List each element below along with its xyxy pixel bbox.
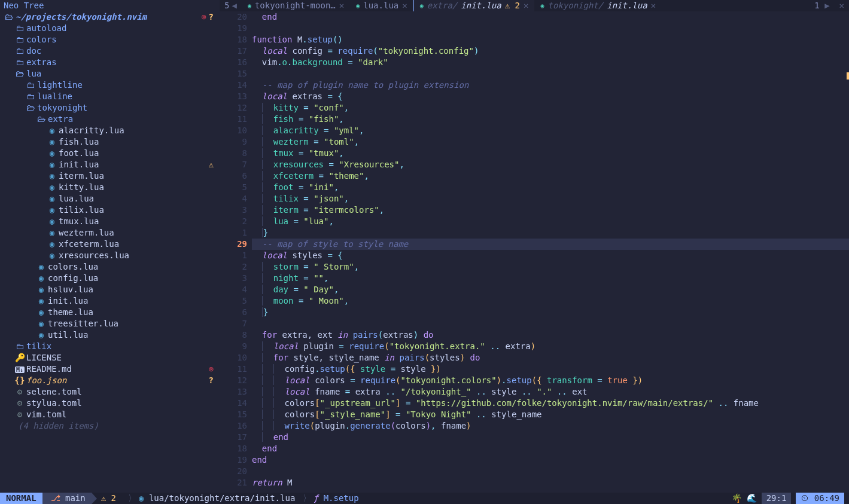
lua-icon: ◉ [36,318,47,329]
tab[interactable]: ◉tokyonight/init.lua ✕ [534,0,662,11]
tree-item[interactable]: ◉fish.lua [0,136,220,148]
tree-item[interactable]: 🗀doc [0,45,220,57]
tree-item[interactable]: ◉init.lua⚠ [0,159,220,170]
neotree-title: Neo Tree [0,0,220,11]
gear-icon: ⚙ [14,398,25,409]
clock: ⏲ 06:49 [796,493,844,504]
json-icon: {} [14,375,25,386]
tree-item[interactable]: 🗁extra [0,114,220,125]
lua-icon: ◉ [47,193,57,204]
lua-icon: ◉ [356,0,360,11]
license-icon: 🔑 [14,352,25,364]
tree-item[interactable]: 🗁tokyonight [0,102,220,114]
folder-icon: 🗀 [25,80,36,91]
lua-icon: ◉ [36,329,47,341]
folder-icon: 🗀 [14,34,25,45]
tree-item[interactable]: ⚙stylua.toml [0,398,220,409]
tree-item[interactable]: ◉foot.lua [0,148,220,159]
lua-icon: ◉ [36,273,47,284]
unknown-icon: ? [209,11,214,23]
lua-icon: ◉ [47,227,57,239]
mode-indicator: NORMAL [0,493,42,504]
folder-icon: 🗁 [25,102,36,114]
close-icon[interactable]: ✕ [524,0,528,11]
tree-item[interactable]: 🗀extras [0,57,220,68]
folder-icon: 🗁 [36,114,47,125]
tree-item[interactable]: ◉hsluv.lua [0,284,220,295]
tree-item[interactable]: 🗀colors [0,34,220,45]
palm-icon: 🌴 [732,493,742,504]
folder-icon: 🗁 [14,68,25,80]
tree-item[interactable]: ◉wezterm.lua [0,227,220,239]
tree-item[interactable]: 🔑LICENSE [0,352,220,364]
lua-icon: ◉ [36,284,47,295]
tab-more[interactable]: 1 ▶ [810,0,834,11]
tree-item[interactable]: ⚙selene.toml [0,386,220,398]
tree-item[interactable]: M↓README.md⊗ [0,364,220,375]
close-icon[interactable]: ✕ [402,0,407,11]
lua-icon: ◉ [47,159,57,170]
tree-item[interactable]: ◉theme.lua [0,307,220,318]
lua-icon: ◉ [540,0,544,11]
tree-item[interactable]: ◉iterm.lua [0,170,220,182]
tree-item[interactable]: ◉tilix.lua [0,204,220,216]
tree-root[interactable]: 🗁 ~/projects/tokyonight.nvim ⊗? [0,11,220,23]
tab[interactable]: ◉extra/init.lua ⚠ 2 ✕ [413,0,535,11]
tree-item[interactable]: ◉alacritty.lua [0,125,220,136]
markdown-icon: M↓ [14,364,25,375]
code-area[interactable]: endfunction M.setup() local config = req… [252,11,849,493]
unknown-icon: ? [209,375,214,386]
tree-item[interactable]: ⚙vim.toml [0,409,220,420]
folder-icon: 🗀 [14,57,25,68]
folder-icon: 🗀 [25,91,36,102]
tree-item[interactable]: ◉config.lua [0,273,220,284]
lua-icon: ◉ [47,170,57,182]
file-tree[interactable]: 🗁 ~/projects/tokyonight.nvim ⊗? 🗀autoloa… [0,11,220,493]
tree-item[interactable]: {}foo.json? [0,375,220,386]
lua-icon: ◉ [47,204,57,216]
gear-icon: ⚙ [14,409,25,420]
tree-item[interactable]: 🗀autoload [0,23,220,34]
tree-item[interactable]: ◉kitty.lua [0,182,220,193]
tab[interactable]: ◉tokyonight-moon… ✕ [242,0,350,11]
close-icon[interactable]: ✕ [651,0,656,11]
tree-item[interactable]: ◉tmux.lua [0,216,220,227]
tree-item[interactable]: ◉lua.lua [0,193,220,204]
error-icon: ⊗ [201,11,206,23]
warning-icon: ⚠ [209,159,214,170]
statusline: NORMAL ⎇ main ⚠ 2 〉◉ lua/tokyonight/extr… [0,493,849,504]
tree-item[interactable]: ◉treesitter.lua [0,318,220,329]
tabline-close-icon[interactable]: ✕ [835,0,849,11]
lua-icon: ◉ [47,148,57,159]
lua-icon: ◉ [36,295,47,307]
lua-icon: ◉ [420,0,424,11]
tree-item[interactable]: ◉init.lua [0,295,220,307]
tree-item[interactable]: 🗀tilix [0,341,220,352]
tree-item[interactable]: 🗁lua [0,68,220,80]
folder-icon: 🗀 [14,23,25,34]
lua-icon: ◉ [47,136,57,148]
lua-icon: ◉ [47,250,57,261]
folder-icon: 🗀 [14,341,25,352]
error-icon: ⊗ [209,364,214,375]
tree-item[interactable]: ◉colors.lua [0,261,220,273]
editor[interactable]: 2019181716151413121110987654321291234567… [220,11,849,493]
tab[interactable]: ◉lua.lua ✕ [350,0,413,11]
lua-icon: ◉ [47,125,57,136]
tree-item[interactable]: 🗀lightline [0,80,220,91]
lua-icon: ◉ [36,307,47,318]
wave-icon: 🌊 [747,493,757,504]
lua-icon: ◉ [36,261,47,273]
lua-icon: ◉ [248,0,251,11]
tree-item[interactable]: ◉xresources.lua [0,250,220,261]
git-branch: ⎇ main [42,493,92,504]
tab-count[interactable]: 5◀ [220,0,242,11]
tree-item[interactable]: ◉xfceterm.lua [0,239,220,250]
lua-icon: ◉ [47,216,57,227]
breadcrumb[interactable]: 〉◉ lua/tokyonight/extra/init.lua 〉ƒ M.se… [122,493,359,504]
cursor-pos: 29:1 [762,493,792,504]
tree-item[interactable]: 🗀lualine [0,91,220,102]
diagnostic-marker [847,72,849,80]
tree-item[interactable]: ◉util.lua [0,329,220,341]
close-icon[interactable]: ✕ [339,0,344,11]
